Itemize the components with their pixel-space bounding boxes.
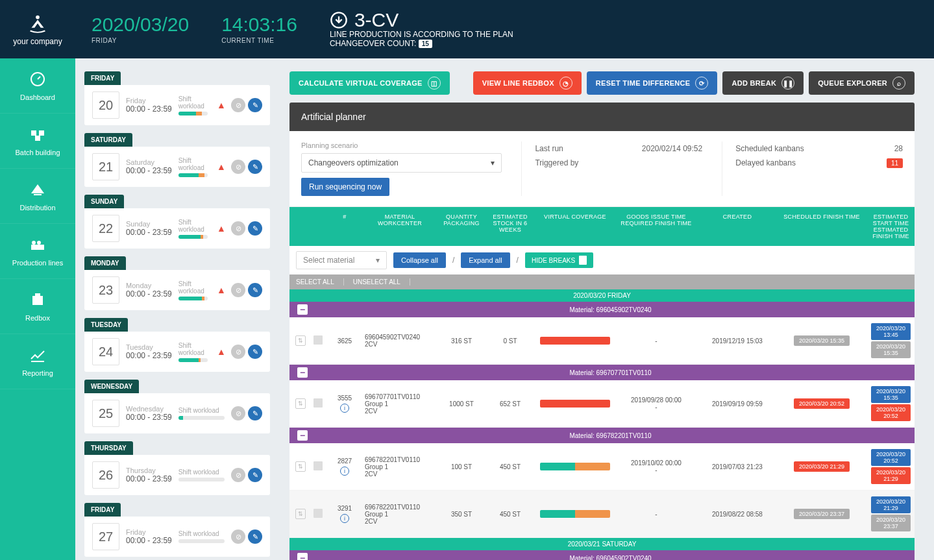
day-tab: SATURDAY bbox=[84, 133, 132, 147]
nav-redbox[interactable]: Redbox bbox=[0, 279, 75, 334]
info-icon[interactable]: i bbox=[340, 514, 349, 523]
drag-handle[interactable]: ⇅ bbox=[295, 461, 306, 472]
day-tab: SUNDAY bbox=[84, 195, 124, 208]
svg-point-6 bbox=[32, 241, 36, 245]
edit-icon[interactable]: ✎ bbox=[248, 530, 262, 544]
disable-icon[interactable]: ⊘ bbox=[231, 98, 245, 112]
day-list: FRIDAY 20 Friday00:00 - 23:59 Shift work… bbox=[75, 58, 279, 560]
table-header: # MATERIAL WORKCENTER QUANTITY PACKAGING… bbox=[289, 207, 915, 246]
disable-icon[interactable]: ⊘ bbox=[231, 160, 245, 174]
nav-distribution[interactable]: Distribution bbox=[0, 169, 75, 224]
disable-icon[interactable]: ⊘ bbox=[231, 530, 245, 544]
download-icon bbox=[330, 11, 348, 29]
workload-bar bbox=[178, 235, 208, 239]
edit-icon[interactable]: ✎ bbox=[248, 468, 262, 482]
day-tab: MONDAY bbox=[84, 256, 126, 270]
day-card[interactable]: SUNDAY 22 Sunday00:00 - 23:59 Shift work… bbox=[84, 195, 270, 249]
svg-rect-8 bbox=[32, 296, 43, 305]
disable-icon[interactable]: ⊘ bbox=[231, 283, 245, 297]
dist-icon bbox=[29, 180, 47, 199]
warning-icon: ▲ bbox=[214, 283, 228, 297]
nav-dashboard[interactable]: Dashboard bbox=[0, 58, 75, 114]
workload-bar bbox=[178, 297, 208, 300]
day-number: 20 bbox=[92, 91, 119, 119]
warning-icon: ▲ bbox=[214, 345, 228, 359]
coverage-bar bbox=[540, 337, 610, 345]
collapse-icon[interactable]: − bbox=[297, 430, 308, 441]
day-header-row: 2020/03/21 SATURDAY bbox=[289, 538, 915, 550]
nav-reporting[interactable]: Reporting bbox=[0, 334, 75, 389]
start-tag: 2020/03/20 15:35 bbox=[871, 386, 911, 403]
row-checkbox[interactable] bbox=[313, 335, 323, 345]
day-tab: TUESDAY bbox=[84, 318, 128, 332]
unselect-all-button[interactable]: UNSELECT ALL bbox=[353, 278, 410, 286]
collapse-icon[interactable]: − bbox=[297, 553, 308, 560]
workload-bar bbox=[178, 539, 225, 543]
scheduled-tag: 2020/03/20 15:35 bbox=[794, 335, 850, 346]
workload-bar bbox=[178, 173, 208, 177]
day-number: 25 bbox=[92, 400, 119, 427]
expand-all-button[interactable]: Expand all bbox=[461, 252, 510, 268]
material-header-row[interactable]: −Material: 696782201TV0110 bbox=[289, 428, 915, 443]
info-icon[interactable]: i bbox=[340, 404, 349, 413]
run-sequencing-button[interactable]: Run sequencing now bbox=[301, 178, 389, 196]
day-card[interactable]: MONDAY 23 Monday00:00 - 23:59 Shift work… bbox=[84, 256, 270, 310]
pause-icon: ❚❚ bbox=[781, 77, 794, 90]
coverage-bar bbox=[540, 463, 610, 470]
calculate-coverage-button[interactable]: CALCULATE VIRTUAL COVERAGE◫ bbox=[289, 71, 450, 95]
day-card[interactable]: FRIDAY 27 Friday00:00 - 23:59 Shift work… bbox=[84, 503, 270, 557]
material-header-row[interactable]: −Material: 696045902TV0240 bbox=[289, 302, 915, 317]
collapse-icon[interactable]: − bbox=[297, 367, 308, 378]
disable-icon[interactable]: ⊘ bbox=[231, 406, 245, 420]
row-checkbox[interactable] bbox=[313, 509, 323, 518]
nav-production-lines[interactable]: Production lines bbox=[0, 224, 75, 279]
scenario-select[interactable]: Changeovers optimization▾ bbox=[301, 153, 502, 173]
material-filter-select[interactable]: Select material▾ bbox=[296, 251, 387, 269]
day-card[interactable]: THURSDAY 26 Thursday00:00 - 23:59 Shift … bbox=[84, 441, 270, 495]
day-card[interactable]: TUESDAY 24 Tuesday00:00 - 23:59 Shift wo… bbox=[84, 318, 270, 372]
day-tab: WEDNESDAY bbox=[84, 380, 139, 393]
drag-handle[interactable]: ⇅ bbox=[295, 509, 306, 519]
row-checkbox[interactable] bbox=[313, 398, 323, 408]
disable-icon[interactable]: ⊘ bbox=[231, 345, 245, 359]
day-card[interactable]: SATURDAY 21 Saturday00:00 - 23:59 Shift … bbox=[84, 133, 270, 187]
material-header-row[interactable]: −Material: 696045902TV0240 bbox=[289, 550, 915, 560]
finish-tag: 2020/03/20 20:52 bbox=[871, 404, 911, 421]
collapse-icon[interactable]: − bbox=[297, 304, 308, 315]
info-icon[interactable]: i bbox=[340, 467, 349, 476]
day-number: 27 bbox=[92, 523, 119, 550]
table-row: ⇅ 2827i 696782201TV0110Group 12CV 100 ST… bbox=[289, 443, 915, 491]
prod-icon bbox=[29, 236, 47, 254]
disable-icon[interactable]: ⊘ bbox=[231, 221, 245, 236]
day-card[interactable]: WEDNESDAY 25 Wednesday00:00 - 23:59 Shif… bbox=[84, 380, 270, 433]
coverage-bar bbox=[540, 400, 610, 408]
select-all-button[interactable]: SELECT ALL bbox=[296, 278, 344, 286]
edit-icon[interactable]: ✎ bbox=[248, 283, 262, 297]
binoculars-icon: ⌕ bbox=[892, 77, 905, 90]
line-name: 3-CV bbox=[354, 10, 399, 30]
row-checkbox[interactable] bbox=[313, 461, 323, 470]
edit-icon[interactable]: ✎ bbox=[248, 98, 262, 112]
day-card[interactable]: FRIDAY 20 Friday00:00 - 23:59 Shift work… bbox=[84, 71, 270, 125]
edit-icon[interactable]: ✎ bbox=[248, 406, 262, 420]
edit-icon[interactable]: ✎ bbox=[248, 160, 262, 174]
add-break-button[interactable]: ADD BREAK❚❚ bbox=[722, 71, 804, 95]
top-header: 2020/03/20 FRIDAY 14:03:16 CURRENT TIME … bbox=[75, 0, 934, 58]
edit-icon[interactable]: ✎ bbox=[248, 221, 262, 236]
drag-handle[interactable]: ⇅ bbox=[295, 335, 306, 346]
reset-time-button[interactable]: RESET TIME DIFFERENCE⟳ bbox=[587, 71, 718, 95]
edit-icon[interactable]: ✎ bbox=[248, 345, 262, 359]
finish-tag: 2020/03/20 23:37 bbox=[871, 515, 911, 531]
start-tag: 2020/03/20 21:29 bbox=[871, 496, 911, 513]
view-redbox-button[interactable]: VIEW LINE REDBOX◔ bbox=[473, 71, 582, 95]
nav-batch-building[interactable]: Batch building bbox=[0, 114, 75, 169]
svg-rect-5 bbox=[31, 245, 44, 250]
chevron-down-icon: ▾ bbox=[491, 158, 495, 167]
disable-icon[interactable]: ⊘ bbox=[231, 468, 245, 482]
queue-explorer-button[interactable]: QUEUE EXPLORER⌕ bbox=[809, 71, 915, 95]
collapse-all-button[interactable]: Collapse all bbox=[393, 252, 446, 268]
hide-breaks-toggle[interactable]: HIDE BREAKS bbox=[525, 252, 593, 268]
drag-handle[interactable]: ⇅ bbox=[295, 398, 306, 409]
material-header-row[interactable]: −Material: 696707701TV0110 bbox=[289, 365, 915, 380]
warning-icon: ▲ bbox=[214, 98, 228, 112]
